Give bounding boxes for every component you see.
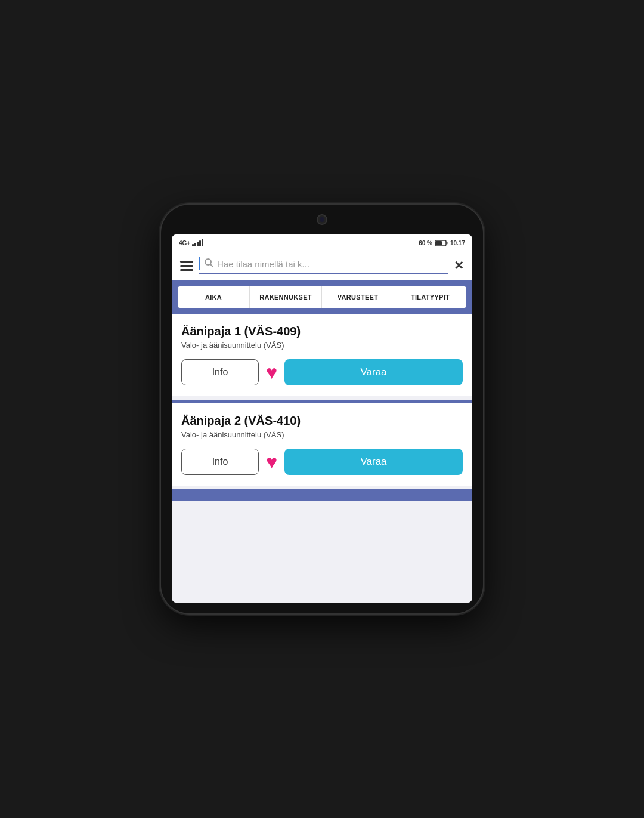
room-2-varaa-button[interactable]: Varaa	[284, 449, 463, 475]
filter-tab-aika[interactable]: AIKA	[178, 286, 250, 308]
signal-label: 4G+	[179, 240, 190, 246]
filter-bar: AIKA RAKENNUKSET VARUSTEET TILATYYPIT	[172, 280, 472, 314]
filter-tab-rakennukset[interactable]: RAKENNUKSET	[250, 286, 322, 308]
room-2-actions: Info ♥ Varaa	[181, 449, 463, 475]
room-1-varaa-button[interactable]: Varaa	[284, 359, 463, 385]
room-2-title: Äänipaja 2 (VÄS-410)	[181, 414, 463, 428]
room-card-2: Äänipaja 2 (VÄS-410) Valo- ja äänisuunni…	[172, 403, 472, 486]
menu-line-1	[180, 261, 193, 263]
search-input-wrapper[interactable]: Hae tilaa nimellä tai k...	[199, 257, 448, 274]
svg-line-4	[210, 264, 213, 267]
search-icon	[204, 258, 213, 270]
signal-bar-1	[192, 244, 194, 246]
filter-tab-tilatyypit[interactable]: TILATYYPIT	[394, 286, 466, 308]
room-1-title: Äänipaja 1 (VÄS-409)	[181, 325, 463, 338]
content-area: Äänipaja 1 (VÄS-409) Valo- ja äänisuunni…	[172, 314, 472, 603]
menu-line-3	[180, 269, 193, 271]
room-1-info-button[interactable]: Info	[181, 359, 259, 385]
room-2-info-button[interactable]: Info	[181, 449, 259, 475]
search-placeholder: Hae tilaa nimellä tai k...	[217, 259, 448, 269]
filter-tabs: AIKA RAKENNUKSET VARUSTEET TILATYYPIT	[178, 286, 466, 308]
signal-bars	[192, 239, 203, 246]
battery-level: 60 %	[419, 240, 432, 246]
phone-camera	[317, 214, 327, 225]
room-2-subtitle: Valo- ja äänisuunnittelu (VÄS)	[181, 430, 463, 439]
battery-icon	[435, 240, 448, 246]
room-2-favorite-button[interactable]: ♥	[266, 451, 277, 473]
signal-bar-5	[202, 239, 203, 246]
room-1-subtitle: Valo- ja äänisuunnittelu (VÄS)	[181, 341, 463, 350]
status-bar: 4G+ 60 % 10.17	[172, 234, 472, 251]
status-right: 60 % 10.17	[419, 240, 465, 246]
phone-screen: 4G+ 60 % 10.17	[172, 234, 472, 603]
room-1-favorite-button[interactable]: ♥	[266, 362, 277, 384]
filter-tab-varusteet[interactable]: VARUSTEET	[322, 286, 394, 308]
search-bar: Hae tilaa nimellä tai k... ✕	[172, 251, 472, 280]
bottom-strip	[172, 489, 472, 501]
hamburger-menu-button[interactable]	[180, 261, 193, 271]
close-button[interactable]: ✕	[454, 258, 464, 273]
room-1-actions: Info ♥ Varaa	[181, 359, 463, 385]
svg-rect-1	[446, 242, 447, 244]
room-card-1: Äänipaja 1 (VÄS-409) Valo- ja äänisuunni…	[172, 314, 472, 396]
status-left: 4G+	[179, 239, 203, 246]
menu-line-2	[180, 265, 193, 267]
search-cursor	[199, 257, 200, 270]
signal-bar-4	[199, 240, 201, 246]
phone-frame: 4G+ 60 % 10.17	[161, 205, 483, 613]
signal-bar-3	[197, 242, 199, 246]
time-label: 10.17	[450, 240, 465, 246]
signal-bar-2	[194, 243, 196, 246]
svg-rect-2	[435, 241, 442, 245]
